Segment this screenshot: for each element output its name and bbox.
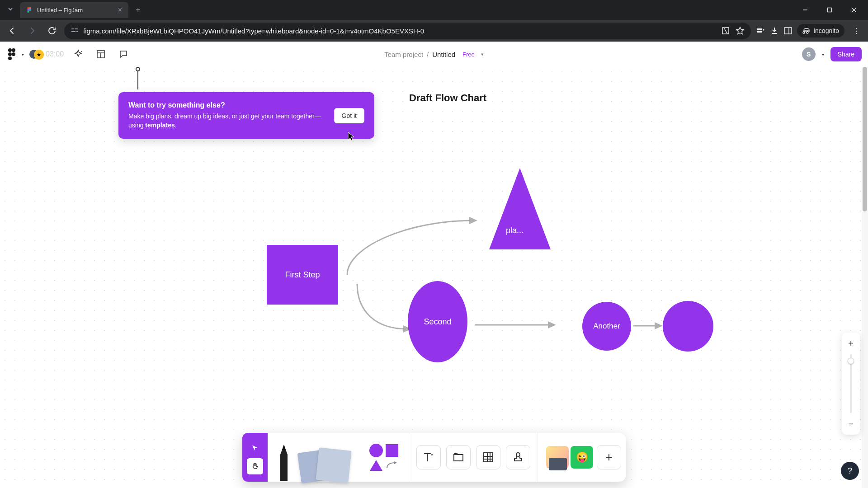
media-control-icon[interactable] (755, 26, 765, 36)
vertical-scrollbar[interactable] (862, 67, 868, 488)
svg-rect-31 (454, 453, 458, 455)
shape-triangle[interactable] (489, 168, 551, 249)
zoom-slider-thumb[interactable] (848, 358, 854, 364)
timer-value: 03:00 (46, 50, 64, 58)
section-tool-button[interactable] (446, 445, 471, 469)
window-close-button[interactable] (844, 3, 864, 17)
browser-menu-button[interactable]: ⋮ (849, 25, 863, 37)
browser-address-bar: figma.com/file/XRxbBjeWLbiQHPOO41JyWm/Un… (0, 20, 868, 42)
svg-rect-15 (757, 28, 762, 30)
svg-rect-17 (784, 28, 792, 34)
figma-menu-button[interactable] (5, 48, 18, 61)
nav-reload-button[interactable] (44, 23, 60, 38)
connector-icon (385, 461, 398, 470)
site-settings-icon[interactable] (71, 26, 79, 36)
svg-point-22 (12, 52, 15, 56)
figma-menu-caret-icon[interactable]: ▾ (20, 52, 26, 57)
breadcrumb-file[interactable]: Untitled (432, 51, 455, 58)
breadcrumb-team[interactable]: Team project (384, 51, 423, 58)
shape-label: Another (593, 322, 620, 331)
circle-icon (369, 444, 383, 457)
breadcrumb-separator: / (427, 51, 429, 58)
hand-tool-button[interactable] (247, 458, 263, 474)
scrollbar-thumb[interactable] (863, 67, 867, 211)
nav-forward-button[interactable] (24, 23, 40, 38)
zoom-out-button[interactable]: − (844, 417, 858, 431)
tooltip-body: Make big plans, dream up big ideas, or j… (128, 112, 327, 130)
svg-rect-32 (484, 453, 493, 462)
canvas-title-text[interactable]: Draft Flow Chart (409, 92, 486, 104)
select-tool-button[interactable] (247, 440, 263, 456)
svg-point-1 (29, 7, 31, 9)
file-menu-caret-icon[interactable]: ▾ (481, 52, 484, 57)
shape-rectangle[interactable]: First Step (267, 245, 338, 305)
bottom-toolbar: T▾ 😜 + (242, 433, 626, 482)
stamp-tool-button[interactable] (506, 445, 530, 469)
share-button[interactable]: Share (830, 47, 862, 61)
text-caret-icon: ▾ (431, 452, 433, 457)
svg-rect-25 (97, 51, 104, 58)
nav-back-button[interactable] (5, 23, 20, 38)
canvas[interactable]: Draft Flow Chart Want to try something e… (0, 67, 868, 488)
widget-jambot-button[interactable]: 😜 (571, 446, 593, 469)
shape-label: Second (424, 317, 451, 327)
svg-point-0 (27, 7, 29, 9)
shape-label: First Step (285, 270, 320, 280)
more-tools-button[interactable]: + (597, 445, 621, 469)
new-tab-button[interactable]: + (131, 4, 145, 17)
help-button[interactable]: ? (841, 462, 859, 480)
window-minimize-button[interactable] (795, 3, 816, 17)
plan-badge[interactable]: Free (462, 51, 475, 58)
shape-label: pla... (506, 226, 524, 235)
connector-arrow[interactable] (631, 319, 667, 333)
shape-tool-button[interactable] (366, 444, 401, 471)
tooltip-anchor (136, 67, 140, 89)
tooltip-dot-icon (136, 67, 140, 71)
timer-widget[interactable]: ★ 03:00 (28, 48, 64, 61)
star-icon: ★ (34, 50, 44, 60)
svg-rect-9 (71, 28, 74, 29)
browser-tab-bar: Untitled – FigJam × + (0, 0, 868, 20)
zoom-in-button[interactable]: + (844, 336, 858, 351)
tab-title: Untitled – FigJam (37, 7, 113, 14)
install-app-icon[interactable] (721, 26, 730, 35)
browser-tab[interactable]: Untitled – FigJam × (20, 2, 128, 18)
breadcrumb: Team project / Untitled Free ▾ (384, 51, 484, 58)
user-menu-caret-icon[interactable]: ▾ (820, 52, 826, 57)
tab-search-button[interactable] (4, 4, 17, 16)
svg-rect-11 (71, 31, 75, 32)
tooltip-templates-link[interactable]: templates (145, 122, 175, 129)
side-panel-icon[interactable] (783, 26, 793, 35)
sticky-note-tool-button[interactable] (296, 441, 363, 482)
figjam-app: ▾ ★ 03:00 Team project / Untitled Free ▾… (0, 42, 868, 488)
templates-button[interactable] (93, 46, 109, 62)
svg-point-2 (27, 9, 29, 11)
connector-arrow[interactable] (338, 193, 487, 284)
connector-arrow[interactable] (470, 318, 561, 332)
downloads-icon[interactable] (770, 26, 779, 35)
zoom-slider[interactable] (850, 354, 852, 413)
svg-point-37 (516, 453, 520, 456)
widget-polaroid-button[interactable] (546, 446, 569, 469)
incognito-badge[interactable]: Incognito (797, 24, 844, 38)
user-avatar[interactable]: S (802, 47, 816, 61)
url-input[interactable]: figma.com/file/XRxbBjeWLbiQHPOO41JyWm/Un… (64, 23, 751, 39)
tooltip-title: Want to try something else? (128, 101, 327, 109)
shape-circle[interactable] (663, 301, 713, 352)
shape-circle[interactable]: Another (582, 302, 631, 351)
svg-point-4 (27, 11, 29, 13)
text-tool-button[interactable]: T▾ (416, 445, 441, 469)
tab-close-icon[interactable]: × (117, 5, 123, 15)
comments-button[interactable] (115, 46, 132, 62)
svg-point-19 (8, 48, 12, 52)
svg-rect-30 (454, 455, 463, 461)
shape-ellipse[interactable]: Second (408, 281, 467, 362)
bookmark-icon[interactable] (736, 26, 745, 35)
svg-point-24 (81, 51, 82, 52)
ai-sparkle-button[interactable] (70, 46, 86, 62)
marker-tool-button[interactable] (276, 441, 292, 482)
tooltip-got-it-button[interactable]: Got it (334, 108, 364, 123)
window-maximize-button[interactable] (819, 3, 840, 17)
table-tool-button[interactable] (476, 445, 500, 469)
sticky-note-icon (316, 447, 351, 483)
